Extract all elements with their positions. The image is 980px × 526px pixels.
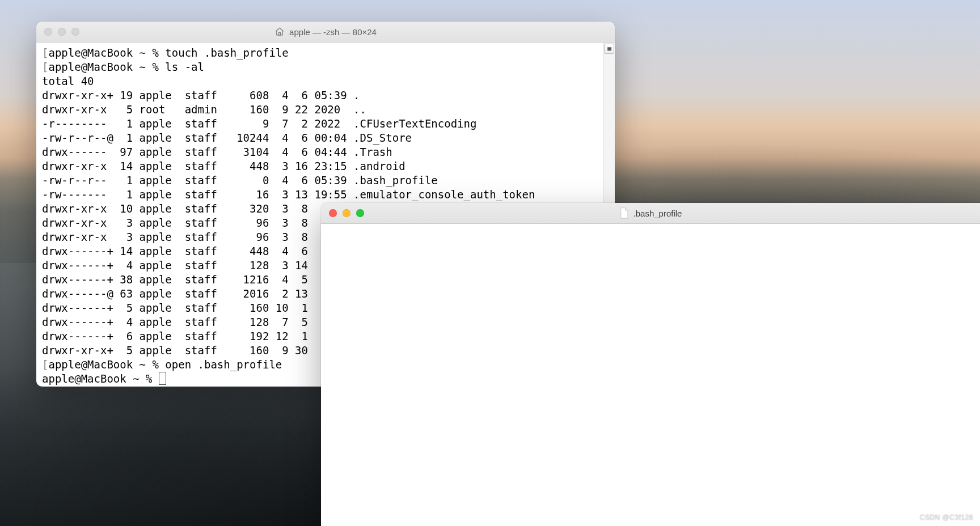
svg-rect-0 bbox=[279, 33, 281, 36]
desktop: apple — -zsh — 80×24 [apple@MacBook ~ % … bbox=[0, 0, 980, 526]
minimize-icon[interactable] bbox=[343, 209, 350, 217]
traffic-lights bbox=[36, 28, 79, 36]
maximize-icon[interactable] bbox=[356, 209, 364, 217]
close-icon[interactable] bbox=[329, 209, 337, 217]
editor-title: .bash_profile bbox=[321, 207, 980, 219]
editor-titlebar[interactable]: .bash_profile bbox=[321, 203, 980, 224]
home-icon bbox=[274, 27, 285, 37]
close-icon[interactable] bbox=[44, 28, 52, 36]
document-icon bbox=[619, 207, 629, 219]
scrollbar-lines-icon[interactable]: ≣ bbox=[604, 44, 614, 54]
terminal-title: apple — -zsh — 80×24 bbox=[36, 27, 615, 37]
terminal-titlebar[interactable]: apple — -zsh — 80×24 bbox=[36, 22, 615, 43]
editor-body[interactable] bbox=[321, 224, 980, 526]
text-editor-window[interactable]: .bash_profile bbox=[321, 203, 980, 526]
watermark: CSDN @C3f128 bbox=[920, 514, 973, 521]
traffic-lights bbox=[321, 209, 364, 217]
maximize-icon[interactable] bbox=[71, 28, 79, 36]
minimize-icon[interactable] bbox=[58, 28, 66, 36]
